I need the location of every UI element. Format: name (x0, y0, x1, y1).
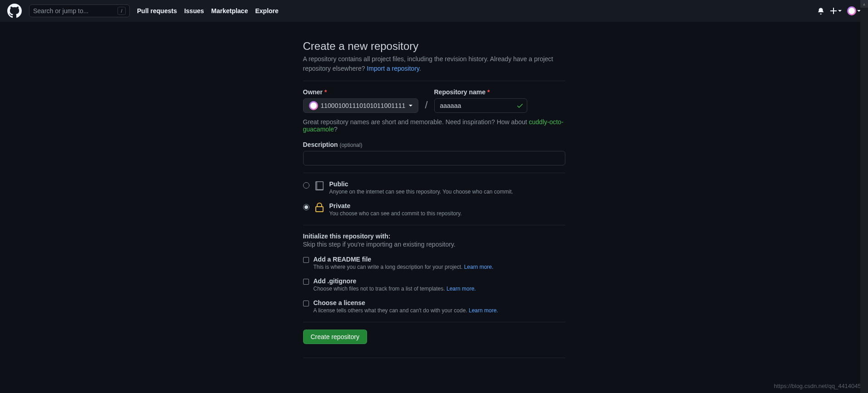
license-checkbox[interactable] (303, 301, 309, 306)
page-title: Create a new repository (303, 40, 565, 53)
search-input[interactable] (33, 7, 118, 15)
nav-marketplace[interactable]: Marketplace (211, 7, 248, 15)
visibility-public-radio[interactable] (303, 182, 309, 189)
description-input[interactable] (303, 151, 565, 165)
readme-title: Add a README file (314, 256, 494, 263)
import-repo-link[interactable]: Import a repository (367, 65, 419, 72)
create-new-dropdown[interactable] (830, 7, 842, 15)
license-title: Choose a license (314, 299, 498, 306)
gitignore-desc: Choose which files not to track from a l… (314, 285, 476, 293)
name-suggestion: Great repository names are short and mem… (303, 118, 565, 133)
license-learn-more[interactable]: Learn more. (469, 307, 498, 314)
nav-issues[interactable]: Issues (184, 7, 204, 15)
global-header: / Pull requests Issues Marketplace Explo… (0, 0, 868, 22)
init-skip-note: Skip this step if you're importing an ex… (303, 240, 565, 249)
page-subtitle: A repository contains all project files,… (303, 54, 565, 73)
owner-name: 110001001110101011001111 (321, 102, 406, 109)
private-desc: You choose who can see and commit to thi… (329, 209, 462, 218)
gitignore-title: Add .gitignore (314, 277, 476, 285)
avatar (847, 6, 856, 15)
nav-pull-requests[interactable]: Pull requests (137, 7, 177, 15)
create-repository-button[interactable]: Create repository (303, 330, 367, 344)
new-repo-form: Create a new repository A repository con… (303, 40, 565, 358)
owner-avatar (309, 101, 318, 110)
repo-name-label: Repository name (434, 88, 527, 96)
check-icon (516, 102, 524, 109)
caret-down-icon (409, 105, 412, 107)
readme-checkbox[interactable] (303, 257, 309, 263)
gitignore-learn-more[interactable]: Learn more. (446, 286, 476, 292)
caret-down-icon (838, 10, 842, 12)
plus-icon (830, 7, 837, 15)
path-separator: / (423, 99, 429, 113)
public-desc: Anyone on the internet can see this repo… (329, 188, 513, 196)
owner-label: Owner (303, 88, 419, 96)
nav-explore[interactable]: Explore (255, 7, 278, 15)
scrollbar[interactable]: ▴ (860, 0, 868, 393)
repo-name-input[interactable] (434, 98, 527, 113)
public-title: Public (329, 180, 513, 188)
global-search[interactable]: / (29, 5, 130, 17)
owner-select[interactable]: 110001001110101011001111 (303, 98, 419, 113)
init-heading: Initialize this repository with: (303, 233, 565, 240)
lock-icon (314, 202, 325, 213)
visibility-private-radio[interactable] (303, 204, 309, 210)
watermark: https://blog.csdn.net/qq_44140450 (774, 383, 865, 389)
readme-learn-more[interactable]: Learn more. (464, 264, 494, 270)
private-title: Private (329, 202, 462, 209)
repo-icon (314, 180, 325, 191)
readme-desc: This is where you can write a long descr… (314, 263, 494, 271)
description-label: Description (optional) (303, 141, 363, 148)
notifications-icon[interactable] (817, 7, 824, 15)
gitignore-checkbox[interactable] (303, 279, 309, 285)
github-logo-icon[interactable] (7, 4, 22, 18)
slash-key-hint: / (118, 7, 126, 15)
user-menu-dropdown[interactable] (847, 6, 861, 15)
scroll-up-icon[interactable]: ▴ (860, 0, 868, 8)
license-desc: A license tells others what they can and… (314, 306, 498, 315)
primary-nav: Pull requests Issues Marketplace Explore (137, 7, 279, 15)
